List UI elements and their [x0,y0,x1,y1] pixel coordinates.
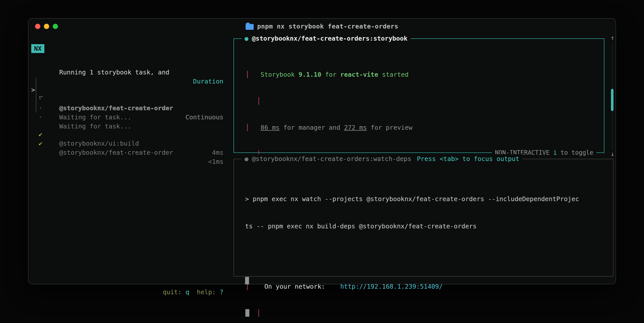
task-name: @storybooknx/feat-create-order [59,148,173,157]
summary-text: Running 1 storybook task, and [59,68,169,77]
output-text: Storybook [260,71,299,78]
note-text: to toggle [557,149,594,156]
scrollbar-thumb[interactable] [611,89,613,111]
running-dot-icon: ● [245,35,248,42]
output-line: █ │ [234,309,603,317]
scroll-up-icon[interactable]: ↑ [607,34,618,42]
task-status: Continuous [185,113,223,122]
terminal-cursor: █ [245,276,610,285]
keyboard-hints-footer: quit: q help: ? [31,288,223,297]
window-title: pnpm nx storybook feat-create-orders [257,23,398,30]
output-line: │ Storybook 9.1.10 for react-vite starte… [234,70,603,79]
command-line: > pnpm exec nx watch --projects @storybo… [245,195,610,204]
pink-bar: │ [234,124,260,131]
task-name: Waiting for task... [59,113,131,122]
title-bar[interactable]: pnpm nx storybook feat-create-orders [28,19,616,34]
blank-line [245,249,610,258]
scroll-down-icon[interactable]: ↓ [607,150,618,158]
storybook-pane-title: @storybooknx/feat-create-orders:storyboo… [252,35,407,42]
storybook-output-pane[interactable]: ●@storybooknx/feat-create-orders:storybo… [233,38,604,153]
output-text: for [321,71,340,78]
task-duration: 4ms [212,148,223,157]
task-name: @storybooknx/ui:build [59,139,139,148]
builder-name: react-vite [340,71,378,78]
task-row[interactable]: · Waiting for task... [31,104,223,113]
help-key: ? [220,288,223,296]
nx-badge: NX [31,44,44,53]
watch-deps-pane-header: ●@storybooknx/feat-create-orders:watch-d… [242,154,522,164]
watch-deps-terminal-output: > pnpm exec nx watch --projects @storybo… [245,176,610,304]
completed-task-row[interactable]: ✔ @storybooknx/feat-create-order <1ms [31,130,223,139]
terminal-window: pnpm nx storybook feat-create-orders NX … [28,18,616,284]
pending-dot-icon: · [39,113,42,122]
terminal-cursor: █ [234,309,249,317]
task-list-header: Running 1 storybook task, and Duration [31,59,223,68]
pink-bar: │ [234,97,260,105]
check-icon: ✔ [39,139,42,148]
quit-hint-label: quit: [163,288,185,296]
task-row[interactable]: ⠋ @storybooknx/feat-create-order Continu… [31,86,223,95]
preview-time: 272 ms [344,124,367,131]
output-line: │ [234,97,603,105]
output-text: for preview [367,124,413,131]
storybook-version: 9.1.10 [299,71,321,78]
task-row[interactable]: · Waiting for task... [31,95,223,104]
folder-icon [246,24,254,30]
quit-key: q [185,288,189,296]
command-line: ts -- pnpm exec nx build-deps @storybook… [245,222,610,231]
output-line: │ 86 ms for manager and 272 ms for previ… [234,123,603,132]
manager-time: 86 ms [260,124,279,131]
watch-deps-output-pane[interactable]: ●@storybooknx/feat-create-orders:watch-d… [233,159,613,277]
watch-deps-pane-title: @storybooknx/feat-create-orders:watch-de… [252,155,411,163]
storybook-pane-header: ●@storybooknx/feat-create-orders:storybo… [242,34,411,43]
help-hint-label: help: [189,288,220,296]
output-text: for manager and [280,124,344,131]
idle-dot-icon: ● [245,155,248,163]
pink-bar: │ [234,71,260,78]
toggle-key: i [553,149,557,156]
task-list-panel: NX Running 1 storybook task, and Duratio… [28,34,230,284]
task-duration: <1ms [208,157,223,166]
completed-task-row[interactable]: ✔ @storybooknx/ui:build 4ms [31,121,223,130]
output-text: started [378,71,408,78]
task-row[interactable]: > ⠋ @storybooknx/feat-create-order Conti… [31,76,223,86]
focus-output-hint: Press <tab> to focus output [417,155,519,163]
pink-bar: │ [249,309,260,317]
